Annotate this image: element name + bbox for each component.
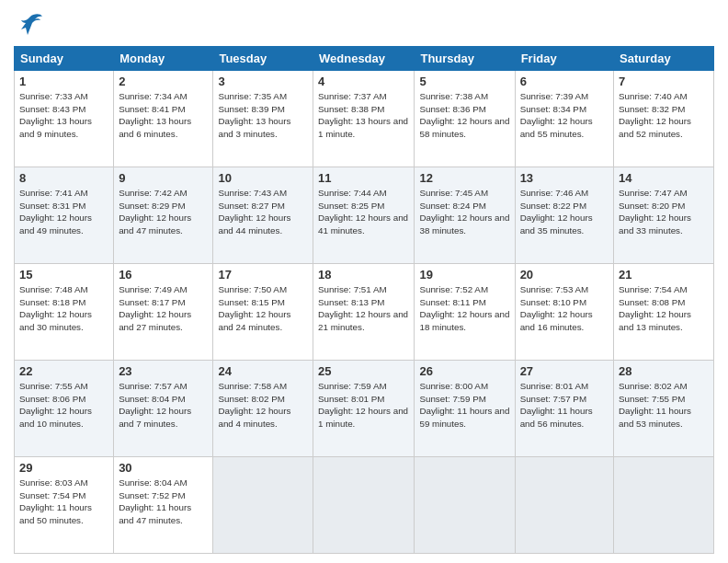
day-info: Sunrise: 7:37 AMSunset: 8:38 PMDaylight:… [318, 90, 409, 141]
calendar-cell: 5Sunrise: 7:38 AMSunset: 8:36 PMDaylight… [415, 71, 515, 167]
day-info: Sunrise: 7:40 AMSunset: 8:32 PMDaylight:… [619, 90, 709, 141]
day-info: Sunrise: 7:33 AMSunset: 8:43 PMDaylight:… [19, 90, 108, 141]
calendar-cell: 23Sunrise: 7:57 AMSunset: 8:04 PMDayligh… [114, 361, 213, 457]
day-info: Sunrise: 8:04 AMSunset: 7:52 PMDaylight:… [119, 477, 208, 527]
calendar-cell: 6Sunrise: 7:39 AMSunset: 8:34 PMDaylight… [515, 71, 613, 167]
calendar-week-row: 22Sunrise: 7:55 AMSunset: 8:06 PMDayligh… [15, 361, 714, 457]
calendar-cell [415, 457, 515, 554]
day-number: 17 [218, 268, 308, 282]
calendar-cell: 9Sunrise: 7:42 AMSunset: 8:29 PMDaylight… [114, 167, 213, 264]
day-number: 29 [19, 461, 108, 475]
col-header-wednesday: Wednesday [313, 47, 415, 71]
logo-bird-icon [17, 9, 44, 40]
day-number: 15 [19, 268, 108, 282]
day-number: 30 [119, 461, 208, 475]
calendar-table: SundayMondayTuesdayWednesdayThursdayFrid… [14, 46, 714, 554]
day-info: Sunrise: 7:52 AMSunset: 8:11 PMDaylight:… [419, 283, 509, 334]
logo [14, 13, 44, 40]
day-number: 11 [318, 171, 409, 185]
page: SundayMondayTuesdayWednesdayThursdayFrid… [0, 0, 728, 563]
day-number: 21 [619, 268, 709, 282]
day-info: Sunrise: 7:55 AMSunset: 8:06 PMDaylight:… [19, 380, 108, 431]
col-header-friday: Friday [515, 47, 613, 71]
calendar-cell [614, 457, 714, 554]
day-info: Sunrise: 7:58 AMSunset: 8:02 PMDaylight:… [218, 380, 308, 431]
calendar-cell: 15Sunrise: 7:48 AMSunset: 8:18 PMDayligh… [15, 264, 114, 361]
day-info: Sunrise: 7:48 AMSunset: 8:18 PMDaylight:… [19, 283, 108, 334]
col-header-tuesday: Tuesday [213, 47, 313, 71]
day-number: 27 [520, 364, 609, 378]
header [14, 9, 714, 40]
day-number: 16 [119, 268, 208, 282]
day-info: Sunrise: 7:44 AMSunset: 8:25 PMDaylight:… [318, 187, 409, 237]
calendar-cell: 26Sunrise: 8:00 AMSunset: 7:59 PMDayligh… [415, 361, 515, 457]
day-number: 2 [119, 75, 208, 88]
calendar-cell: 29Sunrise: 8:03 AMSunset: 7:54 PMDayligh… [15, 457, 114, 554]
calendar-cell: 1Sunrise: 7:33 AMSunset: 8:43 PMDaylight… [15, 71, 114, 167]
calendar-cell: 21Sunrise: 7:54 AMSunset: 8:08 PMDayligh… [614, 264, 714, 361]
calendar-cell [313, 457, 415, 554]
day-info: Sunrise: 7:38 AMSunset: 8:36 PMDaylight:… [419, 90, 509, 141]
day-info: Sunrise: 7:42 AMSunset: 8:29 PMDaylight:… [119, 187, 208, 237]
day-info: Sunrise: 7:39 AMSunset: 8:34 PMDaylight:… [520, 90, 609, 141]
calendar-cell: 22Sunrise: 7:55 AMSunset: 8:06 PMDayligh… [15, 361, 114, 457]
day-number: 19 [419, 268, 509, 282]
day-info: Sunrise: 7:43 AMSunset: 8:27 PMDaylight:… [218, 187, 308, 237]
day-number: 25 [318, 364, 409, 378]
logo-content [14, 13, 44, 40]
day-number: 20 [520, 268, 609, 282]
calendar-cell: 13Sunrise: 7:46 AMSunset: 8:22 PMDayligh… [515, 167, 613, 264]
day-info: Sunrise: 7:35 AMSunset: 8:39 PMDaylight:… [218, 90, 308, 141]
calendar-cell: 12Sunrise: 7:45 AMSunset: 8:24 PMDayligh… [415, 167, 515, 264]
day-info: Sunrise: 7:49 AMSunset: 8:17 PMDaylight:… [119, 283, 208, 334]
calendar-header-row: SundayMondayTuesdayWednesdayThursdayFrid… [15, 47, 714, 71]
day-number: 22 [19, 364, 108, 378]
col-header-thursday: Thursday [415, 47, 515, 71]
day-number: 1 [19, 75, 108, 88]
day-number: 23 [119, 364, 208, 378]
day-info: Sunrise: 7:34 AMSunset: 8:41 PMDaylight:… [119, 90, 208, 141]
day-info: Sunrise: 7:50 AMSunset: 8:15 PMDaylight:… [218, 283, 308, 334]
day-number: 14 [619, 171, 709, 185]
col-header-monday: Monday [114, 47, 213, 71]
calendar-cell [515, 457, 613, 554]
calendar-week-row: 1Sunrise: 7:33 AMSunset: 8:43 PMDaylight… [15, 71, 714, 167]
day-number: 18 [318, 268, 409, 282]
col-header-sunday: Sunday [15, 47, 114, 71]
day-info: Sunrise: 7:46 AMSunset: 8:22 PMDaylight:… [520, 187, 609, 237]
col-header-saturday: Saturday [614, 47, 714, 71]
calendar-cell: 8Sunrise: 7:41 AMSunset: 8:31 PMDaylight… [15, 167, 114, 264]
day-number: 10 [218, 171, 308, 185]
day-number: 13 [520, 171, 609, 185]
day-number: 6 [520, 75, 609, 88]
day-info: Sunrise: 7:54 AMSunset: 8:08 PMDaylight:… [619, 283, 709, 334]
calendar-week-row: 15Sunrise: 7:48 AMSunset: 8:18 PMDayligh… [15, 264, 714, 361]
day-number: 4 [318, 75, 409, 88]
day-number: 5 [419, 75, 509, 88]
calendar-cell: 27Sunrise: 8:01 AMSunset: 7:57 PMDayligh… [515, 361, 613, 457]
calendar-cell: 16Sunrise: 7:49 AMSunset: 8:17 PMDayligh… [114, 264, 213, 361]
day-info: Sunrise: 7:57 AMSunset: 8:04 PMDaylight:… [119, 380, 208, 431]
calendar-week-row: 29Sunrise: 8:03 AMSunset: 7:54 PMDayligh… [15, 457, 714, 554]
day-number: 28 [619, 364, 709, 378]
calendar-cell: 2Sunrise: 7:34 AMSunset: 8:41 PMDaylight… [114, 71, 213, 167]
day-info: Sunrise: 7:45 AMSunset: 8:24 PMDaylight:… [419, 187, 509, 237]
day-info: Sunrise: 8:00 AMSunset: 7:59 PMDaylight:… [419, 380, 509, 431]
calendar-week-row: 8Sunrise: 7:41 AMSunset: 8:31 PMDaylight… [15, 167, 714, 264]
calendar-cell: 19Sunrise: 7:52 AMSunset: 8:11 PMDayligh… [415, 264, 515, 361]
calendar-cell: 20Sunrise: 7:53 AMSunset: 8:10 PMDayligh… [515, 264, 613, 361]
calendar-cell: 17Sunrise: 7:50 AMSunset: 8:15 PMDayligh… [213, 264, 313, 361]
calendar-cell: 3Sunrise: 7:35 AMSunset: 8:39 PMDaylight… [213, 71, 313, 167]
calendar-cell: 28Sunrise: 8:02 AMSunset: 7:55 PMDayligh… [614, 361, 714, 457]
calendar-cell: 10Sunrise: 7:43 AMSunset: 8:27 PMDayligh… [213, 167, 313, 264]
day-info: Sunrise: 7:41 AMSunset: 8:31 PMDaylight:… [19, 187, 108, 237]
calendar-cell: 11Sunrise: 7:44 AMSunset: 8:25 PMDayligh… [313, 167, 415, 264]
calendar-cell: 14Sunrise: 7:47 AMSunset: 8:20 PMDayligh… [614, 167, 714, 264]
day-info: Sunrise: 7:53 AMSunset: 8:10 PMDaylight:… [520, 283, 609, 334]
day-number: 7 [619, 75, 709, 88]
calendar-cell: 7Sunrise: 7:40 AMSunset: 8:32 PMDaylight… [614, 71, 714, 167]
day-info: Sunrise: 8:01 AMSunset: 7:57 PMDaylight:… [520, 380, 609, 431]
calendar-cell: 4Sunrise: 7:37 AMSunset: 8:38 PMDaylight… [313, 71, 415, 167]
day-info: Sunrise: 7:51 AMSunset: 8:13 PMDaylight:… [318, 283, 409, 334]
day-number: 26 [419, 364, 509, 378]
